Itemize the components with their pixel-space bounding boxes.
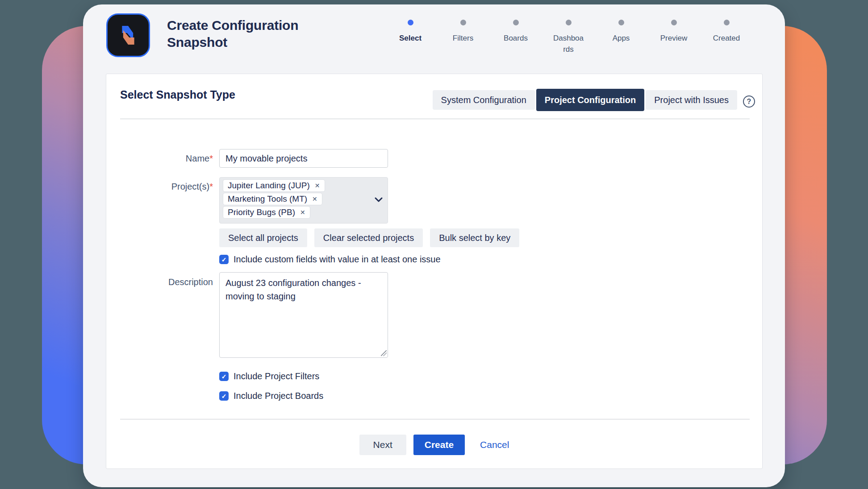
help-icon[interactable]: ? <box>743 95 755 108</box>
tab-project-with-issues[interactable]: Project with Issues <box>646 90 737 110</box>
step-created[interactable]: Created <box>700 20 753 55</box>
step-dot <box>408 20 413 25</box>
tab-system-configuration[interactable]: System Configuration <box>433 90 535 110</box>
chevron-down-icon[interactable] <box>375 197 383 202</box>
dialog-card: Create Configuration Snapshot Select Fil… <box>83 4 785 487</box>
heading-divider <box>120 119 750 119</box>
step-dot <box>460 20 466 25</box>
description-field-wrap: August 23 configuration changes - moving… <box>219 272 388 358</box>
footer-actions: Next Create Cancel <box>106 435 762 455</box>
step-boards[interactable]: Boards <box>489 20 542 55</box>
project-chip: Priority Bugs (PB) ✕ <box>223 207 310 218</box>
step-label: Created <box>711 33 742 44</box>
snapshot-type-tabs: System Configuration Project Configurati… <box>433 89 737 111</box>
panel-heading: Select Snapshot Type <box>120 88 235 101</box>
projects-label: Project(s)* <box>106 182 213 192</box>
app-logo-icon <box>114 21 142 49</box>
project-chip: Marketing Tools (MT) ✕ <box>223 193 322 205</box>
step-label: Select <box>395 33 426 44</box>
remove-chip-icon[interactable]: ✕ <box>315 182 320 189</box>
checkbox-label: Include Project Boards <box>234 391 323 401</box>
required-asterisk: * <box>209 182 213 191</box>
cancel-link[interactable]: Cancel <box>480 439 509 450</box>
step-preview[interactable]: Preview <box>647 20 700 55</box>
checkbox-checked-icon[interactable]: ✓ <box>219 255 229 264</box>
step-select[interactable]: Select <box>384 20 437 55</box>
remove-chip-icon[interactable]: ✕ <box>312 195 317 203</box>
wizard-stepper: Select Filters Boards Dashboards Apps Pr… <box>384 20 753 55</box>
name-label: Name* <box>106 153 213 164</box>
step-label: Filters <box>447 33 479 44</box>
step-apps[interactable]: Apps <box>595 20 647 55</box>
step-label: Preview <box>658 33 689 44</box>
step-dot <box>513 20 519 25</box>
step-label: Boards <box>500 33 531 44</box>
step-label: Dashboards <box>553 33 584 55</box>
name-label-text: Name <box>186 153 209 163</box>
project-chip: Jupiter Landing (JUP) ✕ <box>223 180 325 191</box>
step-dot <box>566 20 572 25</box>
checkbox-label: Include custom fields with value in at l… <box>234 254 441 265</box>
checkbox-checked-icon[interactable]: ✓ <box>219 391 229 401</box>
checkbox-label: Include Project Filters <box>234 371 319 381</box>
step-dot <box>671 20 677 25</box>
description-textarea[interactable]: August 23 configuration changes - moving… <box>219 272 388 358</box>
footer-divider <box>120 419 750 419</box>
include-custom-fields-checkbox-row[interactable]: ✓ Include custom fields with value in at… <box>219 254 441 265</box>
step-dot <box>724 20 730 25</box>
page-title: Create Configuration Snapshot <box>167 17 323 51</box>
snapshot-form-panel: Select Snapshot Type System Configuratio… <box>106 74 763 469</box>
required-asterisk: * <box>209 153 213 163</box>
app-logo <box>106 13 150 57</box>
next-button[interactable]: Next <box>359 435 406 455</box>
step-dashboards[interactable]: Dashboards <box>542 20 595 55</box>
tab-project-configuration[interactable]: Project Configuration <box>536 89 644 111</box>
step-filters[interactable]: Filters <box>437 20 489 55</box>
project-actions: Select all projects Clear selected proje… <box>219 228 519 247</box>
include-project-filters-checkbox-row[interactable]: ✓ Include Project Filters <box>219 371 319 381</box>
checkbox-checked-icon[interactable]: ✓ <box>219 372 229 381</box>
include-project-boards-checkbox-row[interactable]: ✓ Include Project Boards <box>219 391 323 401</box>
chip-label: Priority Bugs (PB) <box>228 207 295 217</box>
step-label: Apps <box>605 33 637 44</box>
select-all-projects-button[interactable]: Select all projects <box>219 228 307 247</box>
clear-selected-projects-button[interactable]: Clear selected projects <box>314 228 423 247</box>
projects-label-text: Project(s) <box>171 182 210 191</box>
bulk-select-by-key-button[interactable]: Bulk select by key <box>430 228 519 247</box>
description-label: Description <box>106 277 213 287</box>
step-dot <box>618 20 624 25</box>
create-button[interactable]: Create <box>413 435 465 455</box>
chip-label: Marketing Tools (MT) <box>228 194 307 204</box>
projects-multiselect[interactable]: Jupiter Landing (JUP) ✕ Marketing Tools … <box>219 177 388 224</box>
chip-label: Jupiter Landing (JUP) <box>228 181 310 191</box>
remove-chip-icon[interactable]: ✕ <box>300 209 305 216</box>
name-input[interactable] <box>219 149 388 168</box>
